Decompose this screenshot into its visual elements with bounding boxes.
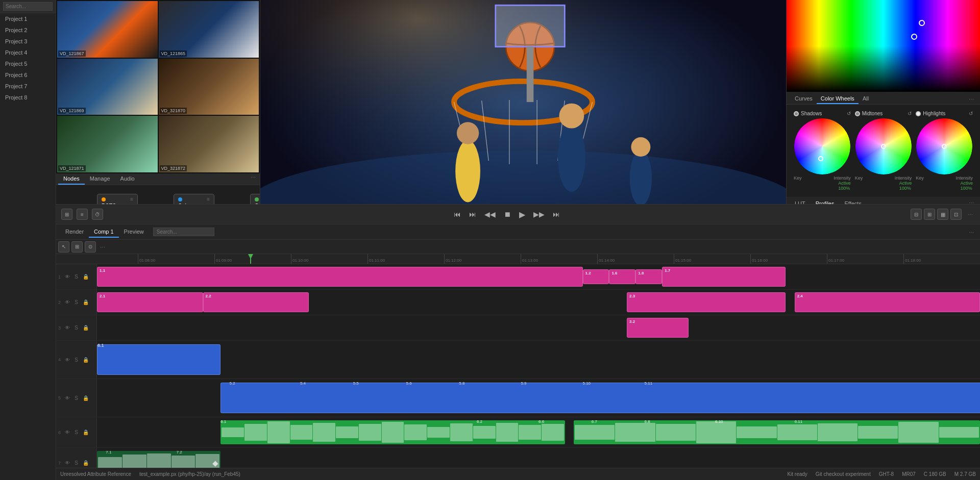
tab-audio[interactable]: Audio [115,173,140,185]
view-icon-2[interactable]: ⊞ [924,209,935,220]
sidebar-search-input[interactable] [3,2,53,11]
grid-icon[interactable]: ⊞ [61,209,72,220]
node-roto-header: ≡ [102,196,133,202]
tab-all[interactable]: All [859,94,873,104]
clip-3-1[interactable]: 3.2 [627,318,689,338]
track-3-eye-icon[interactable]: 👁 [64,324,71,332]
tab-profiles[interactable]: Profiles [812,199,839,204]
clip-5-video[interactable] [220,383,980,413]
audio-clip-6-1[interactable] [220,420,565,444]
track-7-lock-icon[interactable]: 🔒 [82,460,89,467]
track-7-solo-icon[interactable]: S [73,460,80,467]
track-5-eye-icon[interactable]: 👁 [64,394,71,401]
clip-2-2[interactable]: 2.2 [203,292,309,312]
sidebar-item-project1[interactable]: Project 1 [0,13,56,24]
track-1-eye-icon[interactable]: 👁 [64,273,71,281]
track-1-lock-icon[interactable]: 🔒 [82,273,89,281]
lut-panel-more-icon[interactable]: ··· [967,199,976,204]
media-thumb-4[interactable]: VD_321870 [159,59,259,115]
track-5-solo-icon[interactable]: S [73,394,80,401]
toolbar-more-icon[interactable]: ··· [98,243,107,250]
clip-4-video[interactable] [97,344,220,374]
midtones-reset-icon[interactable]: ↺ [908,111,912,116]
tab-curves[interactable]: Curves [791,94,817,104]
clip-2-4[interactable]: 2.4 [795,292,980,312]
clip-1-2[interactable]: 1.2 [583,269,609,284]
track-1-solo-icon[interactable]: S [73,273,80,281]
track-2-eye-icon[interactable]: 👁 [64,299,71,306]
media-thumb-5[interactable]: VD_121871 [57,116,158,172]
transport-prev-frame[interactable]: ⏭ [467,209,478,219]
audio-clip-6-2[interactable] [574,420,980,444]
highlights-wheel-canvas[interactable] [916,118,972,174]
media-thumb-1[interactable]: VD_121867 [57,1,158,58]
track-3-lock-icon[interactable]: 🔒 [82,324,89,332]
transport-skip-end[interactable]: ⏭ [551,209,562,219]
midtones-wheel-canvas[interactable] [855,118,912,174]
color-spectrum[interactable] [787,0,980,92]
transport-more-icon[interactable]: ··· [966,211,975,218]
clip-1-3[interactable]: 1.6 [609,269,635,284]
track-6-eye-icon[interactable]: 👁 [64,429,71,436]
tool-blade[interactable]: ⊞ [71,241,83,252]
sidebar-item-project6[interactable]: Project 6 [0,69,56,81]
clip-1-4[interactable]: 1.8 [635,269,662,284]
clip-2-1[interactable]: 2.1 [97,292,203,312]
shadows-reset-icon[interactable]: ↺ [847,111,851,116]
media-thumb-2[interactable]: VD_121865 [159,1,259,58]
node-roto[interactable]: ≡ ROTO 1.1 [97,194,138,204]
track-4-eye-icon[interactable]: 👁 [64,356,71,363]
sidebar-search-area[interactable] [0,0,56,13]
media-thumb-6[interactable]: VD_321872 [159,116,259,172]
view-icon-1[interactable]: ⊟ [911,209,922,220]
track-6-lock-icon[interactable]: 🔒 [82,429,89,436]
highlights-reset-icon[interactable]: ↺ [969,111,973,116]
tab-render[interactable]: Render [60,226,89,238]
node-grade[interactable]: ≡ Grade 1.4 [250,194,260,204]
view-icon-4[interactable]: ⊡ [950,209,962,220]
tab-manage[interactable]: Manage [85,173,115,185]
transport-stop[interactable]: ⏹ [502,209,513,219]
tab-comp1[interactable]: Comp 1 [89,226,119,238]
track-2-solo-icon[interactable]: S [73,299,80,306]
track-2-lock-icon[interactable]: 🔒 [82,299,89,306]
clip-1-1[interactable]: 1.1 [97,267,583,287]
tab-nodes[interactable]: Nodes [58,173,85,185]
tool-select[interactable]: ↖ [58,241,69,252]
view-icon-3[interactable]: ▦ [937,209,948,220]
node-tabs-more-icon[interactable]: ··· [249,173,258,185]
tab-color-wheels[interactable]: Color Wheels [817,94,859,104]
track-4-lock-icon[interactable]: 🔒 [82,356,89,363]
clock-icon[interactable]: ⏱ [92,209,103,220]
track-7-eye-icon[interactable]: 👁 [64,460,71,467]
sidebar-item-project3[interactable]: Project 3 [0,36,56,47]
clip-1-5[interactable]: 1.7 [662,267,786,287]
playhead[interactable] [250,254,251,264]
sidebar-item-project8[interactable]: Project 8 [0,92,56,103]
track-6-solo-icon[interactable]: S [73,429,80,436]
sidebar-item-project5[interactable]: Project 5 [0,58,56,69]
sidebar-item-project4[interactable]: Project 4 [0,47,56,58]
layers-icon[interactable]: ≡ [77,209,88,220]
track-3-solo-icon[interactable]: S [73,324,80,332]
sidebar-item-project2[interactable]: Project 2 [0,24,56,36]
track-5-lock-icon[interactable]: 🔒 [82,394,89,401]
transport-skip-start[interactable]: ⏮ [452,209,463,219]
tab-preview[interactable]: Preview [119,226,149,238]
shadows-wheel-canvas[interactable] [794,118,850,174]
tab-lut[interactable]: LUT [791,199,810,204]
transport-play[interactable]: ▶ [517,209,527,220]
color-panel-more-icon[interactable]: ··· [967,95,976,103]
track-4-solo-icon[interactable]: S [73,356,80,363]
sidebar-item-project7[interactable]: Project 7 [0,81,56,92]
transport-rewind[interactable]: ◀◀ [482,209,498,219]
clip-2-3[interactable]: 2.3 [627,292,786,312]
transport-fast-forward[interactable]: ▶▶ [531,209,547,219]
tool-magnet[interactable]: ⊙ [85,241,96,252]
timeline-more-icon[interactable]: ··· [967,229,976,236]
audio-clip-7-1[interactable] [97,451,220,468]
timeline-search-input[interactable] [153,228,214,236]
tab-effects[interactable]: Effects [840,199,865,204]
media-thumb-3[interactable]: VD_121869 [57,59,158,115]
node-color-correct[interactable]: ≡ Color Correct 1 [174,194,214,204]
